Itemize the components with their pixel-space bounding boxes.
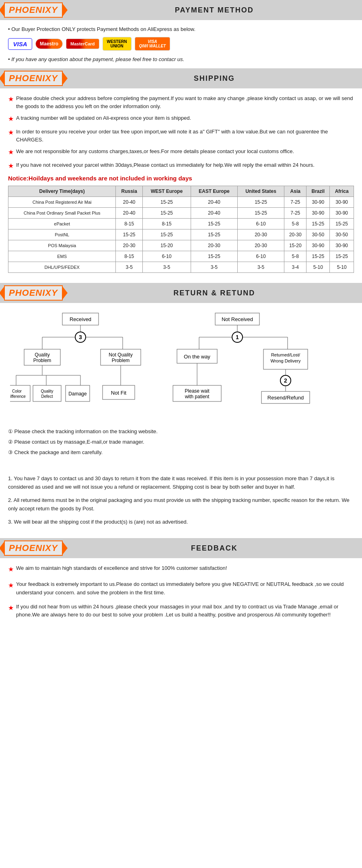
shipping-logo-arrow-right [62,71,68,86]
instruction-3: ③ Check the package and item carefully. [8,448,354,457]
star-icon-5: ★ [8,161,14,171]
logo-arrow-left-icon [0,3,5,17]
col-brazil: Brazil [306,186,330,197]
svg-text:Wrong Delivery: Wrong Delivery [271,358,301,363]
western-union-icon: WESTERNUNION [103,37,132,51]
svg-text:1: 1 [236,334,239,340]
payment-note: • Our Buyer Protection ONLY protects Pay… [8,26,354,32]
table-row: PostNL15-2515-2515-2520-3020-3030-5030-5… [8,229,354,240]
mastercard-icon: MasterCard [66,39,99,49]
svg-text:Quality: Quality [41,389,53,393]
table-row: EMS8-156-1015-256-105-815-2515-25 [8,251,354,262]
shipping-item-1: ★ Please double check your address befor… [8,94,354,110]
svg-text:Quality: Quality [35,352,49,358]
return-logo-text: PHOENIXY [9,288,58,298]
shipping-item-5: ★ If you have not received your parcel w… [8,161,354,171]
star-icon-3: ★ [8,128,14,143]
svg-text:Problem: Problem [33,358,51,363]
payment-title: PAYMENT METHOD [71,6,358,14]
return-numbered-items: 1. You have 7 days to contact us and 30 … [8,475,354,526]
return-title: RETURN & RETUND [71,289,358,297]
star-icon-2: ★ [8,114,14,124]
payment-question: • If you have any question about the pay… [8,56,354,62]
shipping-logo: PHOENIXY [4,71,63,86]
feedback-item-2: ★ Your feedback is extremely important t… [8,580,354,597]
payment-section: PHOENIXY PAYMENT METHOD • Our Buyer Prot… [0,0,362,68]
payment-logo: PHOENIXY [4,2,63,18]
return-logo: PHOENIXY [4,285,63,301]
svg-rect-19 [10,385,30,401]
svg-text:with patient: with patient [185,394,210,399]
return-logo-arrow-right [62,286,68,300]
table-row: China Post Registered Air Mai20-4015-252… [8,197,354,208]
svg-text:Problem: Problem [112,358,130,363]
table-header-row: Delivery Time(days) Russia WEST Europe E… [8,186,354,197]
refund-diagram: Received 3 Quality Problem Not Quality P… [10,309,352,422]
svg-text:Received: Received [70,316,91,322]
svg-text:Defect: Defect [41,394,53,399]
feedback-logo-arrow-left [0,541,5,555]
feedback-star-3: ★ [8,603,14,620]
instruction-2: ② Please contact us by massage,E-mail,or… [8,438,354,446]
bullet: • [8,26,11,32]
col-west-europe: WEST Europe [143,186,191,197]
shipping-title: SHIPPING [71,74,358,83]
return-logo-arrow-left [0,286,5,300]
feedback-logo-text: PHOENIXY [9,543,58,553]
shipping-item-3: ★ In order to ensure you receive your or… [8,128,354,143]
star-icon-1: ★ [8,94,14,110]
svg-text:Resend/Refund: Resend/Refund [267,395,304,401]
return-numbered-item-2: 2. All returned items must be in the ori… [8,496,354,513]
shipping-table: Delivery Time(days) Russia WEST Europe E… [8,186,354,273]
feedback-logo-arrow-right [62,541,68,555]
shipping-item-4: ★ We are not responsible for any customs… [8,147,354,157]
logo-text: PHOENIXY [9,5,58,15]
feedback-item-3: ★ If you did not hear from us within 24 … [8,603,354,620]
shipping-table-body: China Post Registered Air Mai20-4015-252… [8,197,354,273]
qiwi-icon: VISAQIWI WALLET [135,37,171,51]
feedback-header: PHOENIXY FEEDBACK [0,538,362,558]
holiday-notice: Notice:Hoildays and weekends are not inc… [8,175,354,182]
svg-text:Please wait: Please wait [185,388,210,394]
svg-text:2: 2 [284,377,287,384]
visa-icon: VISA [8,38,32,50]
table-row: China Post Ordinary Small Packet Plus20-… [8,208,354,219]
svg-text:On the way: On the way [184,354,210,360]
col-delivery: Delivery Time(days) [8,186,116,197]
svg-text:Not Fit: Not Fit [111,390,127,396]
payment-content: • Our Buyer Protection ONLY protects Pay… [0,20,362,68]
svg-text:Not Received: Not Received [222,316,253,322]
return-numbered-item-3: 3. We will bear all the shipping cost if… [8,518,354,526]
shipping-item-2: ★ A tracking number will be updated on A… [8,114,354,124]
shipping-logo-arrow-left [0,71,5,86]
table-row: POS Malaysia20-3015-2020-3020-3015-2030-… [8,240,354,251]
return-numbered-item-1: 1. You have 7 days to contact us and 30 … [8,475,354,491]
shipping-content: ★ Please double check your address befor… [0,88,362,283]
shipping-section: PHOENIXY SHIPPING ★ Please double check … [0,68,362,283]
col-usa: United States [237,186,284,197]
logo-arrow-right-icon [62,3,68,17]
feedback-star-2: ★ [8,580,14,597]
return-section: PHOENIXY RETURN & RETUND Received 3 Qu [0,283,362,538]
svg-text:Not Quality: Not Quality [109,352,132,358]
feedback-logo: PHOENIXY [4,540,63,556]
svg-text:Returned/Lost/: Returned/Lost/ [271,352,300,357]
shipping-logo-text: PHOENIXY [9,73,58,83]
feedback-section: PHOENIXY FEEDBACK ★ We aim to maintain h… [0,538,362,631]
col-africa: Africa [330,186,354,197]
return-header: PHOENIXY RETURN & RETUND [0,283,362,303]
col-asia: Asia [284,186,306,197]
col-east-europe: EAST Europe [191,186,237,197]
svg-text:difference: difference [10,394,26,399]
feedback-title: FEEDBACK [71,544,358,553]
svg-text:Color: Color [12,389,22,393]
maestro-icon: Maestro [35,39,63,49]
payment-header: PHOENIXY PAYMENT METHOD [0,0,362,20]
svg-text:3: 3 [79,334,82,340]
table-row: ePacket8-158-1515-256-105-815-2515-25 [8,219,354,229]
return-instructions: ① Please check the tracking information … [8,428,354,457]
payment-icons-row: VISA Maestro MasterCard WESTERNUNION VIS… [8,37,354,51]
col-russia: Russia [116,186,143,197]
star-icon-4: ★ [8,147,14,157]
svg-rect-22 [33,385,61,401]
